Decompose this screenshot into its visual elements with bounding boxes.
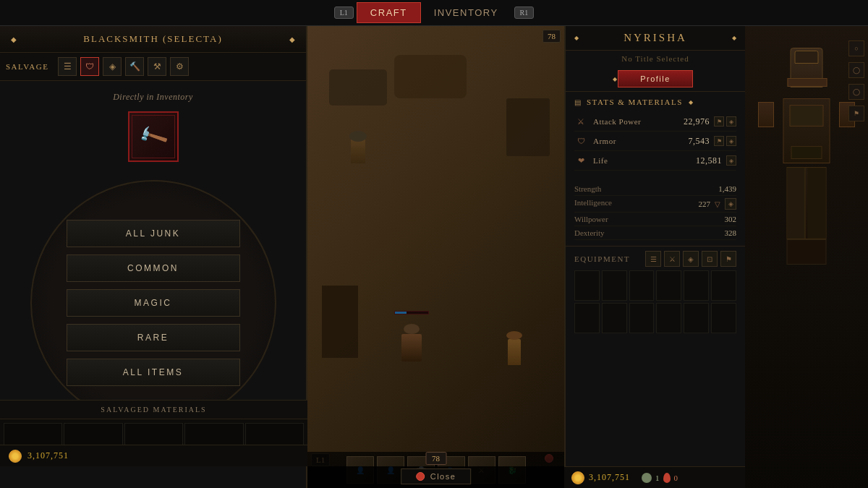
stats-column: ◆ NYRISHA ◆ No Title Selected Profile ▤ …	[564, 26, 745, 488]
armor-icon: 🛡	[574, 134, 587, 147]
salvage-area: Directly in Inventory 🔨 ALL JUNK COMMON …	[0, 81, 306, 451]
life-left: ❤ Life	[574, 154, 608, 167]
all-junk-button[interactable]: ALL JUNK	[67, 220, 240, 247]
inventory-tab[interactable]: INVENTORY	[421, 3, 511, 22]
leg-left	[788, 168, 806, 239]
profile-button[interactable]: Profile	[618, 70, 693, 87]
armor-row: 🛡 Armor 7,543 ⚑ ◈	[574, 132, 736, 151]
intelligence-name: Intelligence	[574, 198, 612, 210]
character-figure-container: ○ ◯ ◯ ⚑	[745, 26, 868, 488]
item-slot[interactable]: 🔨	[128, 111, 179, 162]
player-head	[404, 324, 420, 334]
char-header-diamond-r: ◆	[732, 35, 736, 41]
stats-diamond: ◆	[689, 99, 693, 106]
helmet-rim	[788, 78, 827, 87]
close-button[interactable]: Close	[401, 468, 472, 484]
level-badge: 78	[425, 452, 446, 465]
craft-tab[interactable]: CRAFT	[357, 2, 421, 23]
leg-right	[807, 168, 825, 239]
life-icon: ❤	[574, 154, 587, 167]
belt-detail	[791, 146, 822, 159]
equip-icon-list[interactable]: ☰	[645, 251, 661, 267]
attack-power-flag[interactable]: ⚑	[714, 116, 724, 127]
armor-flag[interactable]: ⚑	[714, 136, 724, 146]
tool-shield-icon[interactable]: 🛡	[80, 57, 99, 76]
equip-cell-8	[602, 303, 627, 333]
dexterity-name: Dexterity	[574, 228, 605, 237]
strength-value: 1,439	[718, 184, 736, 193]
equip-icon-flag[interactable]: ⚑	[720, 251, 736, 267]
rare-button[interactable]: RARE	[67, 324, 240, 351]
toolbar: SALVAGE ☰ 🛡 ◈ 🔨 ⚒ ⚙	[0, 53, 306, 81]
tool-list-icon[interactable]: ☰	[58, 57, 77, 76]
center-panel: 78 L1 👤 👤 👻 🐾 ⚔ 🐉 78	[307, 26, 564, 488]
npc-figure-2	[508, 339, 521, 365]
life-value: 12,581	[696, 155, 722, 166]
equip-cell-7	[574, 303, 600, 333]
salvaged-section: SALVAGED MATERIALS 3,107,751	[0, 400, 307, 466]
shard-count: 1	[655, 474, 660, 482]
terrain-object-1	[329, 69, 387, 106]
character-display-column: ○ ◯ ◯ ⚑	[745, 26, 868, 488]
equipment-header: Equipment ☰ ⚔ ◈ ⊡ ⚑	[574, 251, 736, 267]
corner-badge-top-right: 78	[542, 30, 561, 43]
common-button[interactable]: COMMON	[67, 254, 240, 282]
right-gold-icon	[571, 471, 584, 484]
ember-icon	[663, 473, 671, 483]
character-header: ◆ NYRISHA ◆	[566, 26, 745, 51]
armor-compare[interactable]: ◈	[726, 136, 736, 146]
close-label: Close	[430, 472, 456, 481]
equip-cell-1	[574, 270, 600, 301]
armor-name: Armor	[593, 137, 616, 145]
directly-label: Directly in Inventory	[113, 92, 193, 103]
slot-ring-2[interactable]: ◯	[848, 84, 864, 100]
armor-actions: ⚑ ◈	[714, 136, 736, 146]
equip-icon-sword[interactable]: ⚔	[664, 251, 680, 267]
slot-ring-1[interactable]: ◯	[848, 62, 864, 78]
terrain-object-4	[322, 286, 358, 358]
equip-cell-4	[656, 270, 681, 301]
player-health-bar	[394, 311, 429, 314]
gold-bar: 3,107,751	[0, 445, 307, 466]
attack-power-icon: ⚔	[574, 115, 587, 128]
attack-power-name: Attack Power	[593, 117, 641, 126]
equipment-title: Equipment	[574, 254, 630, 263]
magic-button[interactable]: MAGIC	[67, 289, 240, 317]
attack-power-compare[interactable]: ◈	[726, 116, 736, 127]
slot-neck[interactable]: ○	[848, 40, 864, 56]
profile-btn-area: Profile	[566, 67, 745, 91]
equipment-icons: ☰ ⚔ ◈ ⊡ ⚑	[645, 251, 736, 267]
attack-power-left: ⚔ Attack Power	[574, 115, 641, 128]
gold-amount: 3,107,751	[27, 450, 69, 461]
character-name: NYRISHA	[579, 32, 732, 44]
tool-armor-icon[interactable]: ◈	[103, 57, 122, 76]
blacksmith-title: BLACKSMITH (SELECTA)	[17, 33, 289, 45]
chest-detail	[790, 105, 824, 127]
slot-offhand[interactable]: ⚑	[848, 106, 864, 121]
equip-icon-gem[interactable]: ◈	[683, 251, 699, 267]
strength-row: Strength 1,439	[574, 182, 736, 196]
attack-power-row: ⚔ Attack Power 22,976 ⚑ ◈	[574, 112, 736, 132]
tool-hammer-icon[interactable]: 🔨	[125, 57, 144, 76]
armor-head	[791, 48, 823, 87]
equip-icon-bag[interactable]: ⊡	[702, 251, 718, 267]
all-items-button[interactable]: ALL ITEMS	[67, 359, 240, 386]
life-compare[interactable]: ◈	[726, 155, 736, 166]
equip-cell-3	[629, 270, 655, 301]
intelligence-compare[interactable]: ◈	[725, 198, 736, 210]
equip-cell-6	[711, 270, 736, 301]
tool-anvil-icon[interactable]: ⚒	[148, 57, 166, 76]
attack-power-actions: ⚑ ◈	[714, 116, 736, 127]
game-view: 78 L1 👤 👤 👻 🐾 ⚔ 🐉 78	[307, 26, 564, 488]
willpower-row: Willpower 302	[574, 213, 736, 226]
tool-gear-icon[interactable]: ⚙	[170, 57, 189, 76]
attack-power-value: 22,976	[684, 116, 710, 127]
player-character	[401, 324, 422, 361]
equipment-section: Equipment ☰ ⚔ ◈ ⊡ ⚑	[566, 246, 745, 338]
salvage-label: SALVAGE	[6, 62, 48, 71]
stats-title: Stats & Materials	[587, 98, 683, 106]
shard-icon	[642, 473, 652, 483]
life-row: ❤ Life 12,581 ◈	[574, 151, 736, 171]
salvaged-header: SALVAGED MATERIALS	[0, 400, 307, 419]
intelligence-filter-icon[interactable]: ▽	[715, 200, 720, 208]
